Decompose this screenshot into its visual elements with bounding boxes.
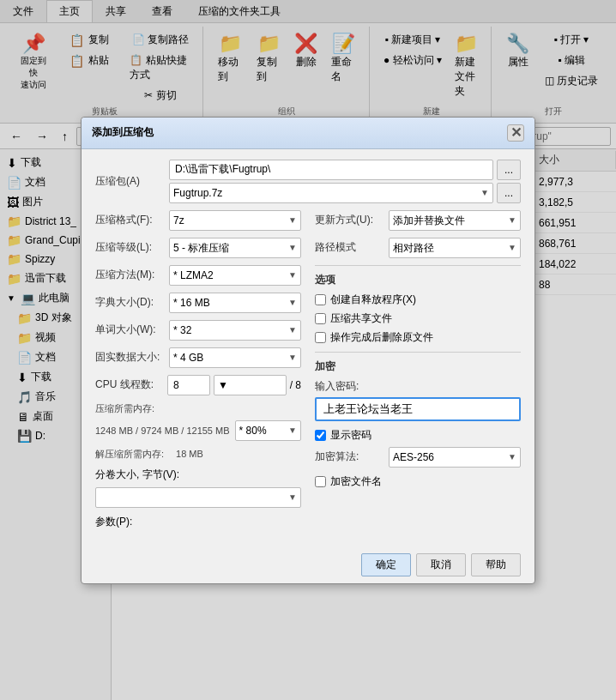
modal-titlebar: 添加到压缩包 ✕ (82, 118, 534, 149)
modal-title-text: 添加到压缩包 (92, 125, 154, 140)
mem-value: 1248 MB / 9724 MB / 12155 MB (95, 425, 230, 436)
method-row: 压缩方法(M): * LZMA2 ▼ (95, 265, 301, 286)
word-select[interactable]: * 32 (169, 320, 301, 341)
vol-select[interactable] (95, 487, 301, 508)
word-row: 单词大小(W): * 32 ▼ (95, 320, 301, 341)
algo-row: 加密算法: AES-256 ▼ (315, 447, 521, 468)
modal-overlay: 添加到压缩包 ✕ 压缩包(A) ... Fugtrup.7z (0, 0, 616, 700)
dict-label: 字典大小(D): (95, 295, 164, 310)
divider2 (315, 352, 521, 353)
show-pwd-checkbox[interactable] (315, 430, 326, 441)
mem-pct-select[interactable]: * 80% (235, 420, 301, 441)
mem-pct-wrapper: * 80% ▼ (235, 420, 301, 441)
cpu-label: CPU 线程数: (95, 377, 164, 392)
left-col: 压缩格式(F): 7zZIPRAR ▼ 压缩等级(L): (95, 210, 301, 536)
archive-name-wrapper: Fugtrup.7z ▼ (169, 183, 493, 203)
opt1-label: 创建自释放程序(X) (330, 293, 416, 307)
encrypt-names-label: 加密文件名 (330, 474, 382, 489)
modal-body: 压缩包(A) ... Fugtrup.7z ▼ ... (82, 149, 534, 546)
dict-wrapper: * 16 MB ▼ (169, 293, 301, 313)
decomp-label: 解压缩所需内存: (95, 448, 164, 461)
two-col-layout: 压缩格式(F): 7zZIPRAR ▼ 压缩等级(L): (95, 210, 521, 536)
archive-path-row: ... (169, 160, 521, 180)
encrypt-names-checkbox[interactable] (315, 476, 326, 487)
browse-button2[interactable]: ... (497, 183, 521, 203)
level-select[interactable]: 5 - 标准压缩 (169, 238, 301, 258)
archive-name-select[interactable]: Fugtrup.7z (169, 183, 493, 203)
level-wrapper: 5 - 标准压缩 ▼ (169, 238, 301, 258)
vol-row: 分卷大小, 字节(V): ▼ (95, 468, 301, 508)
help-button[interactable]: 帮助 (471, 553, 521, 576)
cpu-max-label: / 8 (290, 379, 301, 391)
divider1 (315, 265, 521, 266)
dict-select[interactable]: * 16 MB (169, 293, 301, 313)
mem-label: 压缩所需内存: (95, 402, 154, 415)
update-row: 更新方式(U): 添加并替换文件 ▼ (315, 210, 521, 231)
format-label: 压缩格式(F): (95, 213, 164, 227)
encrypt-label: 输入密码: (315, 379, 521, 394)
vol-label: 分卷大小, 字节(V): (95, 468, 179, 482)
solid-label: 固实数据大小: (95, 350, 164, 365)
path-label: 路径模式 (315, 240, 383, 255)
dict-row: 字典大小(D): * 16 MB ▼ (95, 293, 301, 313)
update-select[interactable]: 添加并替换文件 (389, 210, 521, 231)
cancel-button[interactable]: 取消 (416, 553, 466, 576)
mem-value-row: 1248 MB / 9724 MB / 12155 MB * 80% ▼ (95, 420, 301, 441)
opt3-row: 操作完成后删除原文件 (315, 330, 521, 345)
opt2-row: 压缩共享文件 (315, 311, 521, 326)
encrypt-input[interactable] (315, 397, 521, 421)
decomp-row: 解压缩所需内存: 18 MB (95, 448, 301, 461)
vol-wrapper: ▼ (95, 487, 301, 508)
modal-close-button[interactable]: ✕ (507, 124, 524, 142)
opt2-label: 压缩共享文件 (330, 311, 392, 326)
format-select[interactable]: 7zZIPRAR (169, 210, 301, 231)
cpu-select[interactable]: ▼ (214, 375, 287, 395)
mem-row: 压缩所需内存: 1248 MB / 9724 MB / 12155 MB * 8… (95, 402, 301, 441)
method-label: 压缩方法(M): (95, 268, 164, 282)
word-label: 单词大小(W): (95, 323, 164, 337)
encrypt-names-row: 加密文件名 (315, 474, 521, 489)
solid-row: 固实数据大小: * 4 GB ▼ (95, 347, 301, 368)
path-select[interactable]: 相对路径 (389, 238, 521, 258)
params-label: 参数(P): (95, 515, 132, 529)
cpu-input[interactable] (167, 375, 210, 395)
opt1-checkbox[interactable] (315, 294, 326, 305)
decomp-value: 18 MB (176, 449, 203, 459)
format-wrapper: 7zZIPRAR ▼ (169, 210, 301, 231)
opt2-checkbox[interactable] (315, 313, 326, 324)
algo-select[interactable]: AES-256 (389, 447, 521, 468)
format-row: 压缩格式(F): 7zZIPRAR ▼ (95, 210, 301, 231)
show-pwd-label: 显示密码 (330, 428, 371, 443)
options-title: 选项 (315, 273, 521, 287)
modal-footer: 确定 取消 帮助 (82, 546, 534, 583)
archive-row: 压缩包(A) ... Fugtrup.7z ▼ ... (95, 160, 521, 203)
archive-name-row: Fugtrup.7z ▼ ... (169, 183, 521, 203)
right-col: 更新方式(U): 添加并替换文件 ▼ 路径模式 相 (315, 210, 521, 536)
method-select[interactable]: * LZMA2 (169, 265, 301, 286)
archive-path-input[interactable] (169, 160, 493, 180)
path-wrapper: 相对路径 ▼ (389, 238, 521, 258)
update-label: 更新方式(U): (315, 213, 383, 227)
archive-path-col: ... Fugtrup.7z ▼ ... (169, 160, 521, 203)
algo-wrapper: AES-256 ▼ (389, 447, 521, 468)
word-wrapper: * 32 ▼ (169, 320, 301, 341)
browse-button[interactable]: ... (497, 160, 521, 180)
level-row: 压缩等级(L): 5 - 标准压缩 ▼ (95, 238, 301, 258)
encrypt-title: 加密 (315, 359, 521, 374)
ok-button[interactable]: 确定 (361, 553, 411, 576)
opt3-checkbox[interactable] (315, 332, 326, 343)
show-pwd-row: 显示密码 (315, 428, 521, 443)
solid-wrapper: * 4 GB ▼ (169, 347, 301, 368)
opt1-row: 创建自释放程序(X) (315, 293, 521, 307)
path-row: 路径模式 相对路径 ▼ (315, 238, 521, 258)
params-row: 参数(P): (95, 515, 301, 529)
method-wrapper: * LZMA2 ▼ (169, 265, 301, 286)
update-wrapper: 添加并替换文件 ▼ (389, 210, 521, 231)
archive-label: 压缩包(A) (95, 174, 164, 189)
solid-select[interactable]: * 4 GB (169, 347, 301, 368)
cpu-row: CPU 线程数: ▼ / 8 (95, 375, 301, 395)
level-label: 压缩等级(L): (95, 240, 164, 255)
add-to-archive-dialog: 添加到压缩包 ✕ 压缩包(A) ... Fugtrup.7z (81, 117, 535, 584)
opt3-label: 操作完成后删除原文件 (330, 330, 433, 345)
algo-label: 加密算法: (315, 450, 383, 464)
